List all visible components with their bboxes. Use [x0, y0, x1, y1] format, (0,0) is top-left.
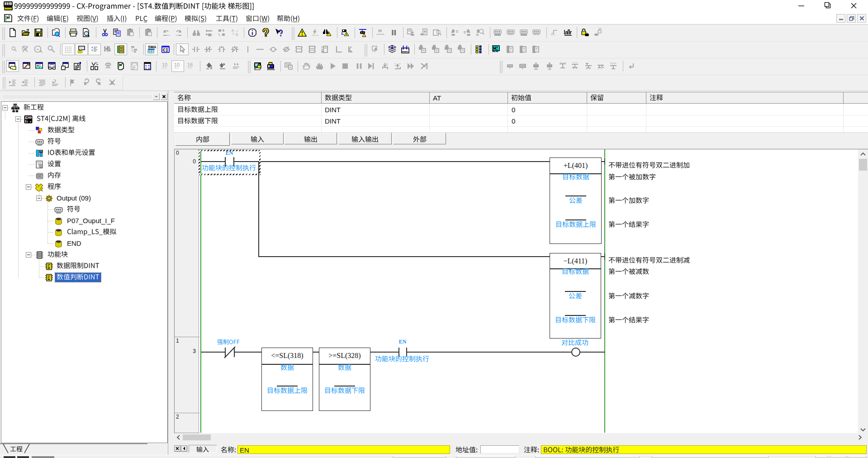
svg-text:CI: CI: [163, 48, 168, 53]
svg-text:0.02: 0.02: [145, 67, 151, 70]
svg-text:16: 16: [187, 62, 193, 67]
svg-text:B: B: [236, 33, 238, 37]
svg-text:10: 10: [174, 62, 180, 67]
svg-text:A: A: [232, 29, 234, 33]
svg-text:SMA: SMA: [148, 45, 156, 49]
svg-text:10: 10: [162, 62, 167, 67]
